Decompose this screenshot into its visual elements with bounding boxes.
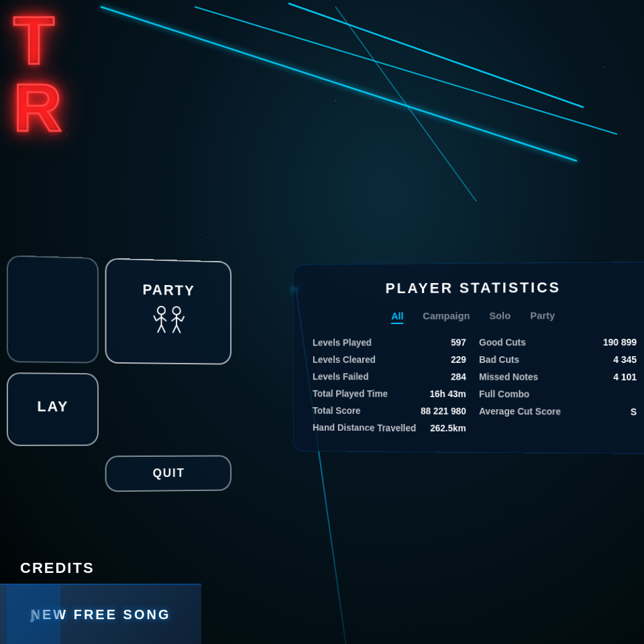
quit-button-label: QUIT (153, 466, 185, 480)
stat-label-average-cut-score: Average Cut Score (479, 406, 561, 417)
stat-total-score: Total Score 88 221 980 (313, 405, 466, 417)
stat-label-total-played-time: Total Played Time (313, 388, 388, 399)
svg-line-15 (176, 325, 180, 333)
stat-value-good-cuts: 190 899 (603, 337, 637, 347)
svg-point-10 (173, 307, 180, 315)
neon-ceiling-lines (0, 0, 644, 228)
tab-party[interactable]: Party (530, 309, 555, 324)
stat-value-levels-played: 597 (451, 337, 466, 347)
stat-label-bad-cuts: Bad Cuts (479, 354, 519, 365)
stat-label-total-score: Total Score (313, 405, 360, 416)
stat-value-bad-cuts: 4 345 (613, 354, 637, 365)
svg-line-17 (182, 316, 184, 321)
svg-line-3 (335, 7, 476, 201)
svg-line-14 (173, 325, 177, 333)
stat-full-combo: Full Combo (479, 388, 637, 400)
stat-label-levels-cleared: Levels Cleared (313, 354, 376, 365)
svg-line-13 (176, 317, 182, 321)
credits-label[interactable]: CREDITS (20, 559, 95, 577)
svg-line-16 (154, 315, 156, 321)
stat-value-average-cut-score: S (631, 407, 637, 417)
stat-levels-played: Levels Played 597 (313, 337, 466, 347)
svg-point-4 (158, 306, 165, 314)
tab-all[interactable]: All (391, 309, 403, 324)
tab-solo[interactable]: Solo (490, 309, 511, 324)
stat-value-hand-distance: 262.5km (430, 423, 466, 433)
stat-value-total-played-time: 16h 43m (430, 388, 466, 399)
tab-campaign[interactable]: Campaign (423, 309, 470, 324)
stats-right-column: Good Cuts 190 899 Bad Cuts 4 345 Missed … (479, 337, 637, 435)
stat-value-levels-cleared: 229 (451, 354, 466, 365)
svg-line-0 (101, 7, 577, 161)
party-button-label: PARTY (143, 281, 195, 299)
solo-button[interactable] (7, 255, 99, 363)
stats-left-column: Levels Played 597 Levels Cleared 229 Lev… (313, 337, 466, 433)
stat-value-total-score: 88 221 980 (421, 406, 466, 417)
stat-value-levels-failed: 284 (451, 372, 466, 382)
svg-line-9 (162, 325, 166, 333)
svg-line-7 (162, 317, 167, 321)
play-button-label: LAY (37, 398, 68, 415)
svg-line-6 (156, 317, 162, 321)
stats-title: PLAYER STATISTICS (313, 278, 637, 297)
svg-line-8 (158, 325, 162, 333)
free-song-banner[interactable]: ♪ NEW FREE SONG (0, 584, 201, 644)
stat-levels-cleared: Levels Cleared 229 (313, 354, 466, 365)
stat-label-hand-distance: Hand Distance Travelled (313, 422, 416, 433)
stat-total-played-time: Total Played Time 16h 43m (313, 388, 466, 399)
stat-label-good-cuts: Good Cuts (479, 337, 526, 347)
stats-tabs: All Campaign Solo Party (313, 308, 637, 324)
party-button[interactable]: PARTY (105, 258, 231, 364)
svg-line-1 (195, 7, 617, 134)
stat-average-cut-score: Average Cut Score S (479, 406, 637, 417)
left-menu-panel: PARTY (0, 255, 268, 604)
stats-grid: Levels Played 597 Levels Cleared 229 Lev… (313, 337, 637, 435)
stat-good-cuts: Good Cuts 190 899 (479, 337, 637, 347)
stats-panel: PLAYER STATISTICS All Campaign Solo Part… (293, 262, 644, 454)
stat-missed-notes: Missed Notes 4 101 (479, 372, 637, 382)
play-button[interactable]: LAY (7, 372, 99, 446)
stat-levels-failed: Levels Failed 284 (313, 371, 466, 382)
svg-line-2 (288, 3, 584, 107)
svg-line-12 (172, 317, 177, 321)
stat-bad-cuts: Bad Cuts 4 345 (479, 354, 637, 365)
quit-button[interactable]: QUIT (105, 455, 231, 492)
stat-label-full-combo: Full Combo (479, 388, 529, 399)
party-icon (150, 303, 189, 342)
stat-label-levels-failed: Levels Failed (313, 371, 369, 382)
stat-label-missed-notes: Missed Notes (479, 372, 538, 382)
neon-title-partial: T R (0, 0, 75, 148)
stat-hand-distance: Hand Distance Travelled 262.5km (313, 422, 466, 433)
stat-value-missed-notes: 4 101 (613, 372, 637, 382)
stat-label-levels-played: Levels Played (313, 337, 372, 348)
